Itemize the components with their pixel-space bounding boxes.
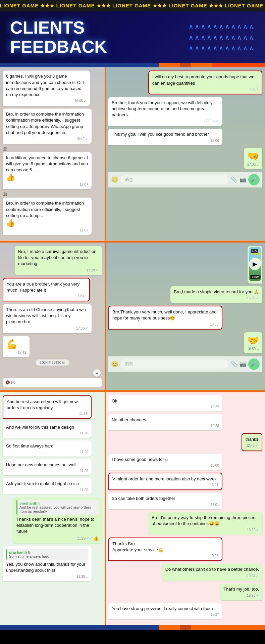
- msg-mid-left-right-1: Bro, I made a carnival game introduction…: [3, 246, 102, 275]
- emoji-button[interactable]: 😊: [111, 360, 118, 368]
- msg-time: 16:05 ✓: [6, 99, 87, 103]
- msg-text: Do what others can't do to have a better…: [165, 566, 259, 572]
- bottom-panels: And be rest assured you will get new ord…: [0, 392, 265, 625]
- expand-icon: ⌄: [256, 347, 259, 351]
- msg-time: 13:01: [112, 483, 218, 487]
- msg-bot-left-1: And we will follow this same design 11:2…: [3, 422, 102, 438]
- msg-bot-left-3: Hope our new colour comes out well 11:29: [3, 459, 102, 475]
- msg-text: Bro,I made a simple video record for you…: [174, 289, 259, 295]
- ticker-bar: LIONET GAME ★★★ LIONET GAME ★★★ LIONET G…: [0, 0, 265, 11]
- msg-bot-right-3: I have some good news for u 13:00: [108, 454, 262, 470]
- msg-text: And we will follow this same design: [6, 424, 88, 430]
- quoted-msg: prashanth lj So first time always hard: [6, 549, 88, 560]
- msg-time: 11:29: [6, 469, 88, 473]
- msg-text: Ask your team to make it bright n nice: [6, 481, 88, 487]
- right-panel-bot: Ok 12:27 No other changes 12:28 thanks 1…: [106, 392, 265, 625]
- header: CLIENTS FEEDBACK ∧∧∧∧∧∧∧∧∧∧∧ ∧∧∧∧∧∧∧∧∧∧∧…: [0, 11, 265, 63]
- msg-text: Bro, in order to complete the informatio…: [6, 111, 88, 136]
- scroll-indicator[interactable]: ⌄: [93, 369, 101, 377]
- top-panels: 6 games. I will give you 8 game introduc…: [0, 67, 265, 242]
- msg-time: 17:06: [112, 139, 219, 142]
- message-input[interactable]: [120, 175, 229, 184]
- msg-sender-2: 您 Bro, in order to complete the informat…: [3, 192, 102, 235]
- msg-text: I have some good news for u: [112, 457, 219, 463]
- msg-time: 17:19 ✓: [18, 268, 99, 272]
- input-bar-top[interactable]: 😊 📎 📷 🎤: [108, 172, 262, 187]
- attach-button[interactable]: 📎: [231, 176, 237, 183]
- msg-mid-right-highlight: Bro,Thank you very much, well done, I ap…: [108, 306, 262, 329]
- msg-bot-shipping: Bro, I'm on my way to ship the remaining…: [108, 512, 262, 535]
- date-divider: 2024年6月30日: [36, 359, 69, 366]
- msg-right-panel-left-1: Brother, thank you for your support, we …: [108, 97, 262, 126]
- msg-text: Bro, I'm on my way to ship the remaining…: [152, 515, 259, 527]
- msg-bot-left-4: Ask your team to make it bright n nice 1…: [3, 478, 102, 494]
- msg-time: 19:22 ✓: [152, 528, 259, 532]
- msg-text: Thanks dear, that's a nice news, hope to…: [16, 516, 99, 535]
- msg-time: 17:07: [6, 228, 88, 232]
- msg-text: Bro,Thank you very much, well done, I ap…: [112, 309, 218, 321]
- msg-text: There is an old Chinese saying that a wi…: [6, 307, 88, 325]
- msg-text: Ok: [112, 398, 219, 404]
- msg-time: 19:26 ✓: [223, 593, 259, 598]
- msg-text: So can take both orders together: [112, 496, 219, 502]
- msg-text: This my goal i win you like good friend …: [112, 131, 219, 137]
- input-bar-mid[interactable]: 😊 📎 📷 🎤: [108, 356, 262, 372]
- attach-button[interactable]: 📎: [231, 361, 237, 367]
- msg-time: 12:42 ✓: [246, 443, 258, 448]
- msg-time: 13:00: [112, 464, 219, 467]
- msg-time: 12:28: [112, 424, 219, 428]
- msg-sender-1: 您 In addition, you need to choose 6 game…: [3, 146, 102, 189]
- msg-text: And be rest assured you will get new ord…: [7, 399, 88, 411]
- check-icon: ✓: [256, 528, 259, 532]
- msg-time: 11:29: [6, 488, 88, 492]
- msg-video: Good day for Contain▶loading ▶ HD 0:46 1…: [108, 246, 262, 284]
- right-panel-top: I will do my best to promote your goods …: [106, 67, 265, 241]
- msg-text: You have strong proverbs, I really conne…: [112, 606, 219, 612]
- msg-mid-left-emoji: 💪 17:41: [3, 336, 102, 357]
- msg-time: 19:27: [112, 613, 219, 616]
- msg-right-panel-left-2: This my goal i win you like good friend …: [108, 129, 262, 145]
- msg-time: 16:33: [112, 323, 218, 326]
- expand-icon: ⌄: [86, 575, 88, 578]
- emoji-button[interactable]: 😊: [111, 176, 118, 183]
- msg-text: Yes, you know about this, thanks for you…: [6, 561, 88, 573]
- msg-bot-right-7: You have strong proverbs, I really conne…: [108, 603, 262, 619]
- quoted-text: And be rest assured you will get new ord…: [19, 505, 97, 513]
- message-input[interactable]: [120, 359, 229, 369]
- expand-icon: ⌄: [256, 163, 259, 166]
- msg-time: 17:07: [6, 183, 88, 186]
- camera-button[interactable]: 📷: [240, 176, 246, 183]
- check-icon: ✓: [256, 593, 259, 598]
- msg-text: In addition, you need to choose 6 games.…: [6, 155, 88, 173]
- mic-button[interactable]: 🎤: [248, 358, 260, 370]
- double-check-icon: ✓✓: [86, 536, 92, 541]
- msg-text: No other changes: [112, 417, 219, 423]
- msg-text: I will do my best to promote your goods …: [152, 74, 258, 86]
- quoted-text: So first time always hard: [9, 554, 86, 558]
- play-button[interactable]: ▶: [249, 258, 261, 270]
- header-decoration: ∧∧∧∧∧∧∧∧∧∧∧ ∧∧∧∧∧∧∧∧∧∧∧ ∧∧∧∧∧∧∧∧∧∧∧: [189, 21, 255, 53]
- quoted-name: prashanth lj: [19, 501, 97, 505]
- msg-text: That's my job, too.: [223, 586, 259, 592]
- msg-bot-right-5: Do what others can't do to have a better…: [108, 564, 262, 581]
- msg-bot-right-2: No other changes 12:28: [108, 414, 262, 430]
- msg-text: 6 games. I will give you 8 game introduc…: [6, 73, 87, 98]
- check-icon: ✓: [85, 326, 88, 331]
- sender-label: 您: [3, 146, 102, 152]
- check-icon: ✓: [255, 443, 258, 448]
- msg-time: 16:59 ⌄: [247, 347, 259, 351]
- msg-bot-quoted-1: prashanth lj And be rest assured you wil…: [3, 497, 102, 544]
- camera-button[interactable]: 📷: [240, 361, 246, 367]
- mic-button[interactable]: 🎤: [248, 174, 260, 185]
- msg-bot-thanksbro-highlight: Thanks BroAppreciate your service💪 19:23: [108, 538, 262, 561]
- msg-time: 17:36 ✓: [6, 326, 88, 331]
- msg-mid-left-2: There is an old Chinese saying that a wi…: [3, 304, 102, 333]
- msg-text: Bro, I made a carnival game introduction…: [18, 249, 99, 267]
- video-thumbnail[interactable]: Good day for Contain▶loading ▶ HD 0:46 1…: [249, 247, 261, 281]
- msg-time: 11:29: [6, 450, 88, 454]
- msg-mid-left-highlight: You are a true brother, thank you very m…: [3, 278, 102, 301]
- quoted-name: prashanth lj: [9, 550, 86, 554]
- left-panel-bot: And be rest assured you will get new ord…: [0, 392, 106, 625]
- msg-bot-quoted-2: prashanth lj So first time always hard Y…: [3, 546, 102, 581]
- msg-text: V might order for one more location also…: [112, 476, 218, 482]
